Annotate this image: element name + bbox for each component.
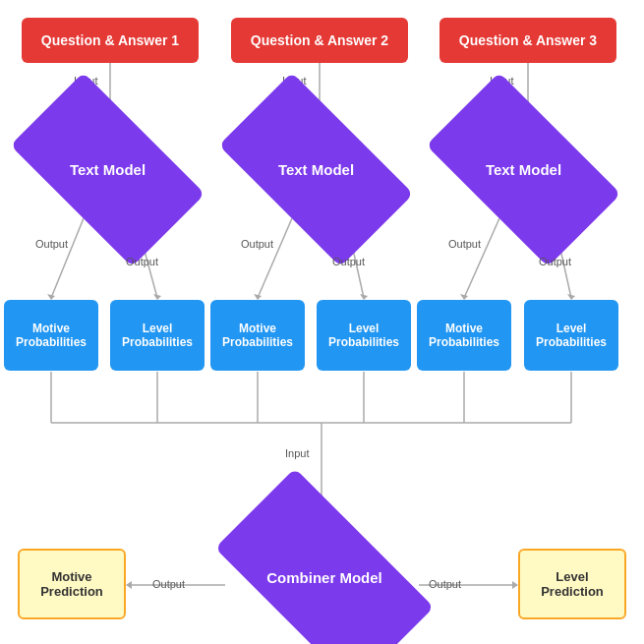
output-label-2a: Output [241, 238, 273, 250]
output-label-right: Output [429, 578, 461, 590]
text-model-3: Text Model [438, 118, 610, 221]
motive-prediction: MotivePrediction [18, 549, 126, 619]
level-prob-2: LevelProbabilities [317, 300, 411, 371]
diagram: Question & Answer 1 Question & Answer 2 … [0, 0, 644, 644]
motive-prob-1: MotiveProbabilities [4, 300, 98, 371]
qa-box-3: Question & Answer 3 [439, 18, 616, 63]
text-model-2: Text Model [230, 118, 402, 221]
svg-marker-28 [126, 581, 132, 589]
output-label-2b: Output [332, 256, 365, 267]
motive-prob-3: MotiveProbabilities [417, 300, 511, 371]
motive-prob-2: MotiveProbabilities [210, 300, 305, 371]
level-prob-3: LevelProbabilities [524, 300, 618, 371]
qa-box-1: Question & Answer 1 [22, 18, 199, 63]
svg-line-14 [464, 218, 499, 298]
output-label-1a: Output [35, 238, 68, 250]
output-label-1b: Output [126, 256, 158, 267]
combiner-model: Combiner Model [226, 521, 423, 634]
svg-line-6 [51, 218, 84, 298]
level-prediction: LevelPrediction [518, 549, 626, 619]
level-prob-1: LevelProbabilities [110, 300, 205, 371]
output-label-3a: Output [448, 238, 481, 250]
output-label-3b: Output [539, 256, 571, 267]
text-model-1: Text Model [22, 118, 194, 221]
output-label-left: Output [152, 578, 185, 590]
qa-box-2: Question & Answer 2 [231, 18, 408, 63]
svg-line-10 [258, 218, 292, 298]
input-label-combiner: Input [285, 447, 309, 459]
